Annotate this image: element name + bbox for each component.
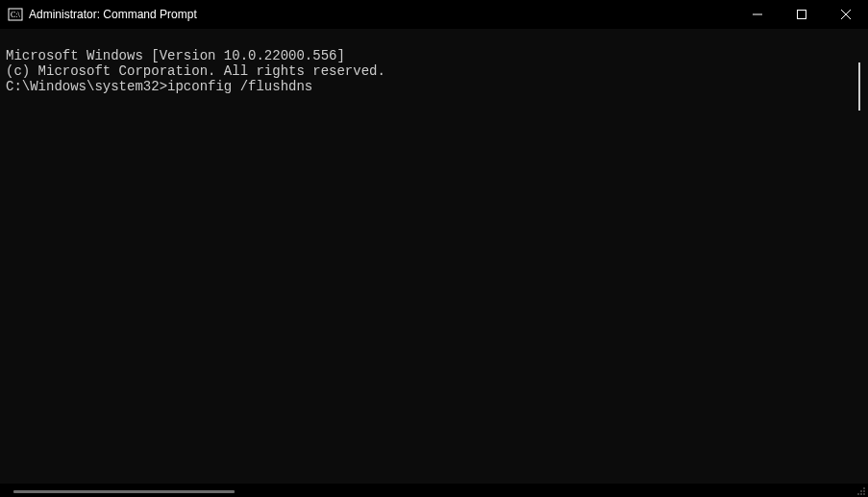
terminal-prompt-line: C:\Windows\system32>ipconfig /flushdns [6, 79, 862, 94]
cmd-icon: C:\ [8, 7, 23, 22]
bottom-bar [0, 484, 868, 497]
svg-point-8 [863, 490, 865, 492]
svg-point-11 [863, 493, 865, 495]
terminal-line-version: Microsoft Windows [Version 10.0.22000.55… [6, 48, 862, 63]
titlebar-left: C:\ Administrator: Command Prompt [8, 7, 197, 22]
svg-point-9 [857, 493, 859, 495]
svg-text:C:\: C:\ [11, 11, 21, 19]
maximize-button[interactable] [780, 0, 824, 29]
svg-rect-3 [798, 11, 806, 19]
vertical-scrollbar-indicator[interactable] [858, 62, 860, 111]
svg-point-10 [860, 493, 862, 495]
horizontal-scrollbar-thumb[interactable] [13, 490, 235, 493]
window-title: Administrator: Command Prompt [29, 8, 197, 21]
terminal-line-copyright: (c) Microsoft Corporation. All rights re… [6, 63, 862, 79]
terminal-prompt: C:\Windows\system32> [6, 79, 167, 94]
svg-point-6 [863, 487, 865, 489]
window-controls [735, 0, 868, 29]
resize-grip[interactable] [855, 485, 866, 496]
terminal-command: ipconfig /flushdns [167, 79, 312, 94]
close-button[interactable] [824, 0, 868, 29]
minimize-button[interactable] [735, 0, 780, 29]
svg-point-7 [860, 490, 862, 492]
terminal-content[interactable]: Microsoft Windows [Version 10.0.22000.55… [0, 29, 868, 484]
titlebar[interactable]: C:\ Administrator: Command Prompt [0, 0, 868, 29]
